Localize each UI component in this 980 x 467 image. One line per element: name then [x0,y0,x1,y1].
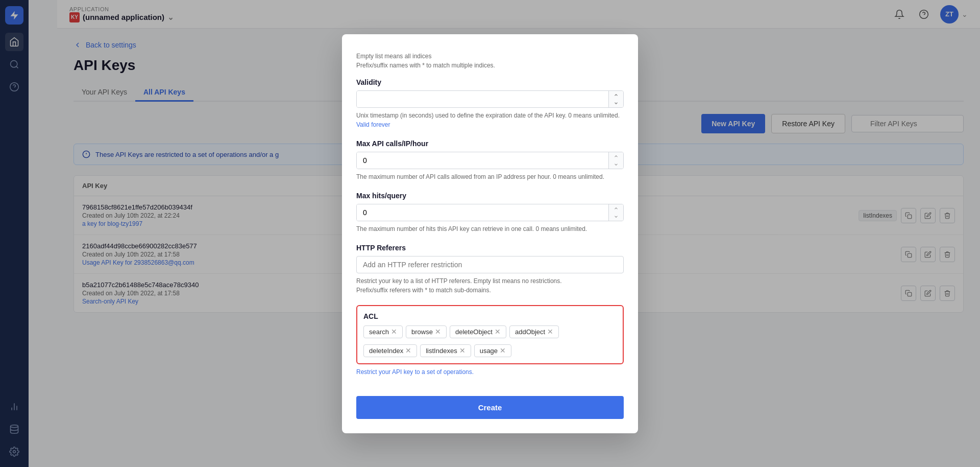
max-hits-field[interactable] [357,204,608,221]
modal: Empty list means all indices Prefix/suff… [342,34,638,433]
acl-chip-search: search ✕ [363,325,403,338]
max-calls-help: The maximum number of API calls allowed … [356,172,624,181]
http-help2: Prefix/suffix referers with * to match s… [356,286,624,295]
acl-chip-remove-browse[interactable]: ✕ [435,328,441,335]
max-calls-label: Max API calls/IP/hour [356,139,624,148]
validity-down-button[interactable] [609,99,623,107]
http-referers-label: HTTP Referers [356,244,624,252]
validity-group: Validity Unix timestam [356,78,624,129]
acl-chip-label: usage [480,347,498,355]
indices-help: Empty list means all indices Prefix/suff… [356,52,624,70]
indices-help2: Prefix/suffix names with * to match mult… [356,61,624,70]
http-help1: Restrict your key to a list of HTTP refe… [356,276,624,286]
indices-help1: Empty list means all indices [356,52,624,61]
acl-chip-deleteobject: deleteObject ✕ [450,325,506,338]
acl-chip-label: deleteIndex [369,347,403,355]
validity-spinner [608,91,623,107]
acl-chip-label: listIndexes [426,347,457,355]
validity-up-button[interactable] [609,91,623,99]
validity-help2: Valid forever [356,120,624,129]
acl-chip-remove-deleteindex[interactable]: ✕ [405,347,411,354]
acl-chip-label: search [369,328,389,336]
acl-restrict-help: Restrict your API key to a set of operat… [356,368,624,376]
acl-chip-browse: browse ✕ [406,325,447,338]
max-calls-field[interactable] [357,152,608,169]
acl-chip-listindexes: listIndexes ✕ [420,344,471,357]
max-hits-group: Max hits/query The maximum number o [356,192,624,233]
acl-chip-addobject: addObject ✕ [509,325,559,338]
acl-chip-label: browse [411,328,433,336]
acl-section: ACL search ✕ browse ✕ deleteObje [356,305,624,364]
max-hits-help: The maximum number of hits this API key … [356,224,624,233]
acl-chip-usage: usage ✕ [474,344,511,357]
max-hits-down-button[interactable] [609,213,623,221]
validity-help1: Unix timestamp (in seconds) used to defi… [356,111,624,120]
http-referers-input[interactable] [356,256,624,273]
acl-chip-remove-addobject[interactable]: ✕ [547,328,553,335]
modal-overlay[interactable]: Empty list means all indices Prefix/suff… [0,0,980,467]
validity-input [356,90,624,108]
http-referers-group: HTTP Referers Restrict your key to a lis… [356,244,624,295]
max-calls-down-button[interactable] [609,160,623,169]
acl-chip-label: deleteObject [455,328,493,336]
max-hits-label: Max hits/query [356,192,624,200]
acl-chip-remove-listindexes[interactable]: ✕ [459,347,465,354]
validity-label: Validity [356,78,624,86]
acl-chip-deleteindex: deleteIndex ✕ [363,344,417,357]
max-calls-spinner [608,152,623,169]
max-hits-input [356,204,624,221]
validity-field[interactable] [357,91,608,107]
validity-help: Unix timestamp (in seconds) used to defi… [356,111,624,129]
max-calls-up-button[interactable] [609,152,623,160]
acl-chip-remove-usage[interactable]: ✕ [500,347,506,354]
acl-chip-remove-search[interactable]: ✕ [391,328,397,335]
create-button[interactable]: Create [356,396,624,419]
acl-group: ACL search ✕ browse ✕ deleteObje [356,305,624,376]
http-referers-help: Restrict your key to a list of HTTP refe… [356,276,624,295]
acl-label: ACL [363,312,617,320]
acl-chip-label: addObject [515,328,545,336]
max-calls-input [356,152,624,169]
acl-chips-container: search ✕ browse ✕ deleteObject ✕ [363,325,617,357]
max-calls-group: Max API calls/IP/hour The maximum n [356,139,624,181]
acl-chip-remove-deleteobject[interactable]: ✕ [495,328,501,335]
max-hits-up-button[interactable] [609,204,623,213]
max-hits-spinner [608,204,623,221]
